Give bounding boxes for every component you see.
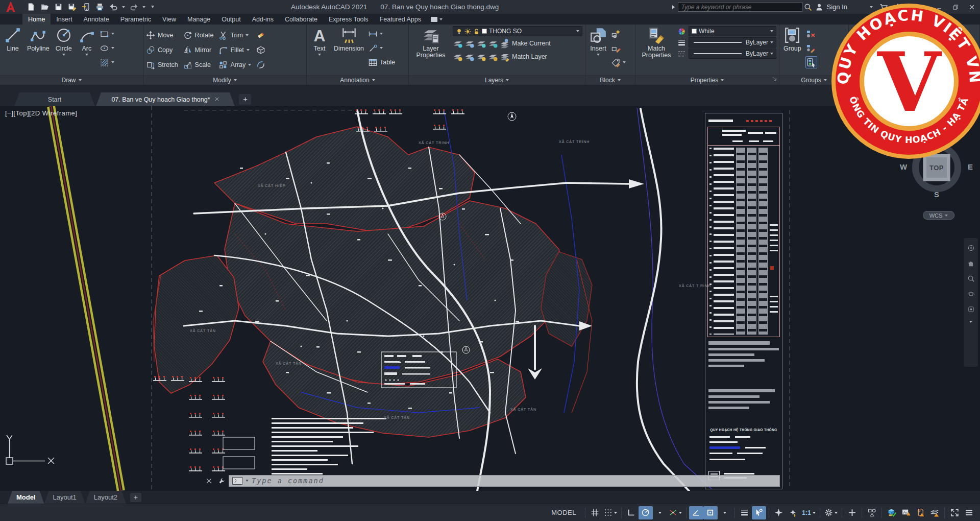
window-close-button[interactable] [964,1,980,13]
isodraft-dropdown-icon[interactable] [679,512,682,514]
navbar-more-icon[interactable] [969,321,972,323]
search-flyout-icon[interactable] [672,5,675,9]
drawing-area[interactable]: [−][Top][2D Wireframe] XÃ CÁT TRINH XÃ C… [0,106,980,491]
wcs-menu[interactable]: WCS [923,211,954,220]
linear-dimension-button[interactable] [368,28,395,40]
tab-output[interactable]: Output [216,14,247,25]
erase-button[interactable] [256,28,265,42]
viewcube-west[interactable]: W [900,162,907,171]
file-tab-start[interactable]: Start [14,92,95,106]
workspace-switching-button[interactable] [823,506,839,519]
layer-notification-button[interactable] [927,506,942,519]
xref-notification-button[interactable] [913,506,927,519]
viewcube-south[interactable]: S [934,190,939,199]
tab-annotate[interactable]: Annotate [78,14,115,25]
line-button[interactable]: Line [3,26,23,53]
text-button[interactable]: Text [309,26,330,56]
stretch-button[interactable]: Stretch [146,58,178,72]
grid-toggle[interactable] [588,506,602,519]
redo-dropdown-icon[interactable] [142,6,145,8]
ellipse-button[interactable] [100,42,114,54]
orbit-icon[interactable] [967,290,975,298]
panel-label-block[interactable]: Block [585,75,635,85]
save-as-button[interactable] [67,2,77,12]
customize-qat-icon[interactable] [151,6,154,8]
panel-label-annotation[interactable]: Annotation [307,75,408,85]
rectangle-button[interactable] [100,28,114,40]
panel-label-properties[interactable]: Properties [635,75,779,85]
group-selection-toggle[interactable] [805,56,817,68]
layout2-tab[interactable]: Layout2 [85,491,126,504]
command-input[interactable]: Type a command [252,477,324,485]
properties-dialog-launcher[interactable] [772,74,777,83]
make-current-button[interactable]: Make Current [500,38,551,49]
tab-collaborate[interactable]: Collaborate [279,14,323,25]
layer-unisolate-icon[interactable] [464,38,475,49]
move-button[interactable]: Move [146,28,178,42]
layer-select[interactable]: THONG SO [453,26,582,36]
explode-button[interactable] [256,43,265,57]
window-minimize-button[interactable] [931,1,947,13]
snap-dropdown-icon[interactable] [614,512,617,514]
snap-mode-toggle[interactable] [602,506,619,519]
define-attributes-button[interactable] [611,56,626,68]
sign-in-button[interactable]: Sign In [827,3,847,11]
osnap-tracking-toggle[interactable] [689,506,703,519]
redo-button[interactable] [129,2,139,12]
dimension-button[interactable]: Dimension [332,26,365,53]
layer-unlock2-icon[interactable] [488,52,498,62]
user-avatar[interactable] [814,2,825,12]
offset-button[interactable] [256,58,265,72]
command-customize-button[interactable] [216,475,227,486]
search-input[interactable] [678,2,802,12]
tab-view[interactable]: View [157,14,182,25]
object-color-select[interactable]: White [689,26,776,36]
match-properties-button[interactable]: Match Properties [638,26,675,59]
layer-off-icon[interactable] [453,52,463,62]
tab-insert[interactable]: Insert [51,14,78,25]
panel-label-draw[interactable]: Draw [0,75,143,85]
open-from-mobile-button[interactable] [81,2,91,12]
canvas-close-button[interactable] [966,113,972,123]
new-file-button[interactable] [26,2,36,12]
full-navigation-wheel-icon[interactable] [967,244,975,252]
mirror-button[interactable]: Mirror [183,43,214,57]
layer-isolate-icon[interactable] [453,38,463,49]
rotate-button[interactable]: Rotate [183,28,214,42]
clean-screen-button[interactable] [947,506,962,519]
object-snap-toggle[interactable] [703,506,718,519]
object-snap-dropdown[interactable] [718,506,732,519]
insert-button[interactable]: Insert [588,26,608,56]
hatch-button[interactable] [100,56,114,68]
arc-button[interactable]: Arc [77,26,97,56]
linetype-select[interactable]: ByLayer [689,49,776,59]
tab-parametric[interactable]: Parametric [115,14,157,25]
tab-express-tools[interactable]: Express Tools [323,14,374,25]
layout1-tab[interactable]: Layout1 [44,491,85,504]
selection-cycling-toggle[interactable] [752,506,766,519]
leader-button[interactable] [368,42,395,54]
copy-button[interactable]: Copy [146,43,178,57]
fillet-button[interactable]: Fillet [218,43,251,57]
cart-button[interactable] [878,2,889,12]
pan-icon[interactable] [967,259,975,267]
layer-vpfreeze-icon[interactable] [476,52,486,62]
recent-commands-icon[interactable] [246,480,249,482]
ortho-toggle[interactable] [624,506,639,519]
plot-button[interactable] [94,2,105,12]
autodesk-apps-dropdown-icon[interactable] [903,6,906,8]
circle-button[interactable]: Circle [54,26,74,56]
autodesk-apps-button[interactable] [892,2,903,12]
add-cleanup-button[interactable] [845,506,859,519]
polyline-button[interactable]: Polyline [26,26,51,53]
polar-tracking-toggle[interactable] [639,506,653,519]
lineweight-select[interactable]: ByLayer [689,37,776,48]
ribbon-display-toggle[interactable] [427,14,447,25]
undo-button[interactable] [108,2,118,12]
tab-manage[interactable]: Manage [182,14,216,25]
new-drawing-tab-button[interactable] [239,94,251,105]
layer-freeze-icon[interactable] [476,38,486,49]
steering-wheel-icon[interactable] [967,305,975,313]
search-button[interactable] [802,2,814,12]
create-block-button[interactable] [611,28,626,40]
